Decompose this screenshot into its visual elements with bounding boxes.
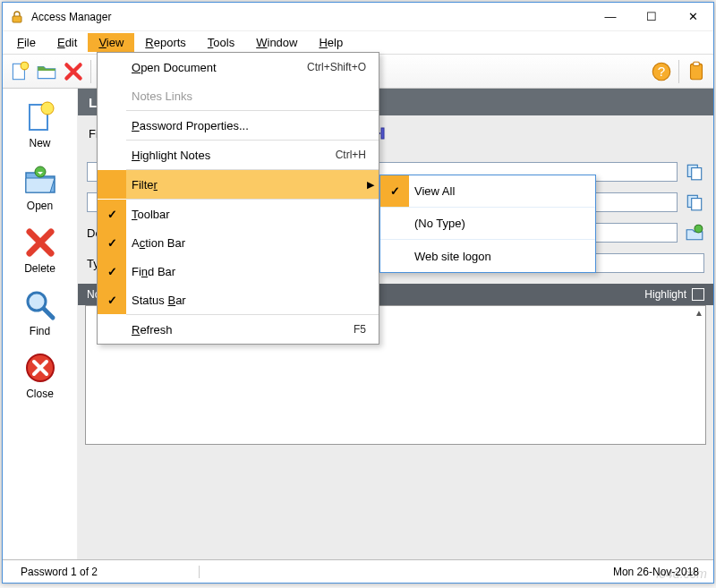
menu-open-document[interactable]: Open Document Ctrl+Shift+O <box>98 53 379 81</box>
menu-toggle-actionbar[interactable]: ✓ Action Bar <box>98 228 379 257</box>
menu-help[interactable]: Help <box>308 33 354 52</box>
filter-web-logon[interactable]: Web site logon <box>380 240 595 272</box>
action-sidebar: New Open Delete Find Close <box>3 89 78 559</box>
menu-toggle-statusbar[interactable]: ✓ Status Bar <box>98 285 379 314</box>
view-dropdown: Open Document Ctrl+Shift+O Notes Links P… <box>97 52 379 345</box>
menu-password-properties[interactable]: Password Properties... <box>98 111 379 140</box>
highlight-checkbox[interactable] <box>692 288 704 301</box>
check-icon: ✓ <box>107 265 117 278</box>
menu-reports[interactable]: Reports <box>134 33 197 52</box>
copy-user-button[interactable] <box>685 192 704 212</box>
menu-toggle-findbar[interactable]: ✓ Find Bar <box>98 257 379 285</box>
svg-line-11 <box>44 309 53 318</box>
open-document-button[interactable] <box>685 223 704 243</box>
check-icon: ✓ <box>390 184 400 198</box>
find-label: Find <box>30 325 50 337</box>
menu-notes-links: Notes Links <box>98 81 379 110</box>
menu-window[interactable]: Window <box>245 33 308 52</box>
toolbar-separator <box>678 60 679 83</box>
menu-file[interactable]: File <box>6 33 47 52</box>
menu-tools[interactable]: Tools <box>197 33 245 52</box>
svg-point-2 <box>21 62 29 70</box>
maximize-button[interactable]: ☐ <box>631 4 672 30</box>
tb-clipboard-icon[interactable] <box>685 60 708 83</box>
close-circle-icon <box>22 350 58 386</box>
svg-rect-17 <box>692 199 702 210</box>
tb-open-icon[interactable] <box>35 60 58 83</box>
new-label: New <box>29 137 50 149</box>
menu-edit[interactable]: Edit <box>47 33 88 52</box>
tb-new-icon[interactable] <box>8 60 31 83</box>
copy-title-button[interactable] <box>685 162 704 182</box>
status-left: Password 1 of 2 <box>3 566 200 578</box>
tb-delete-icon[interactable] <box>62 60 85 83</box>
menu-filter[interactable]: Filter ▶ <box>98 170 379 199</box>
window-title: Access Manager <box>31 11 590 23</box>
filter-view-all[interactable]: ✓ View All <box>380 175 595 208</box>
statusbar: Password 1 of 2 Mon 26-Nov-2018 <box>3 559 713 583</box>
svg-rect-15 <box>692 168 702 180</box>
delete-label: Delete <box>24 262 55 275</box>
menu-toggle-toolbar[interactable]: ✓ Toolbar <box>98 200 379 228</box>
close-window-button[interactable]: ✕ <box>672 4 713 30</box>
menu-view[interactable]: View <box>88 33 134 52</box>
close-button[interactable]: Close <box>12 346 69 404</box>
titlebar: Access Manager — ☐ ✕ <box>3 3 713 31</box>
svg-rect-13 <box>381 128 384 139</box>
filter-no-type[interactable]: (No Type) <box>380 208 595 240</box>
check-icon: ✓ <box>107 294 117 307</box>
toolbar-separator <box>90 60 91 83</box>
folder-open-icon <box>22 162 58 198</box>
svg-point-18 <box>695 225 703 233</box>
svg-rect-0 <box>13 16 21 22</box>
highlight-label: Highlight <box>644 288 686 301</box>
menu-highlight-notes[interactable]: Highlight Notes Ctrl+H <box>98 141 379 169</box>
scroll-up-icon[interactable]: ▲ <box>695 308 703 318</box>
open-button[interactable]: Open <box>12 158 69 216</box>
check-icon: ✓ <box>107 208 117 221</box>
find-button[interactable]: Find <box>12 284 69 341</box>
check-icon: ✓ <box>107 236 117 250</box>
open-label: Open <box>27 200 53 212</box>
chevron-right-icon: ▶ <box>362 179 379 191</box>
magnifier-icon <box>22 287 58 323</box>
svg-text:?: ? <box>658 64 665 79</box>
new-button[interactable]: New <box>12 96 69 153</box>
delete-button[interactable]: Delete <box>12 221 69 278</box>
new-doc-icon <box>22 99 58 135</box>
delete-x-icon <box>22 225 58 260</box>
lock-icon <box>10 10 24 24</box>
status-right: Mon 26-Nov-2018 <box>599 566 713 578</box>
close-label: Close <box>26 388 54 400</box>
menu-refresh[interactable]: Refresh F5 <box>98 315 379 344</box>
minimize-button[interactable]: — <box>590 4 631 30</box>
filter-submenu: ✓ View All (No Type) Web site logon <box>379 175 596 273</box>
tb-help-icon[interactable]: ? <box>650 60 673 83</box>
svg-rect-6 <box>694 62 700 65</box>
svg-point-8 <box>41 102 54 115</box>
